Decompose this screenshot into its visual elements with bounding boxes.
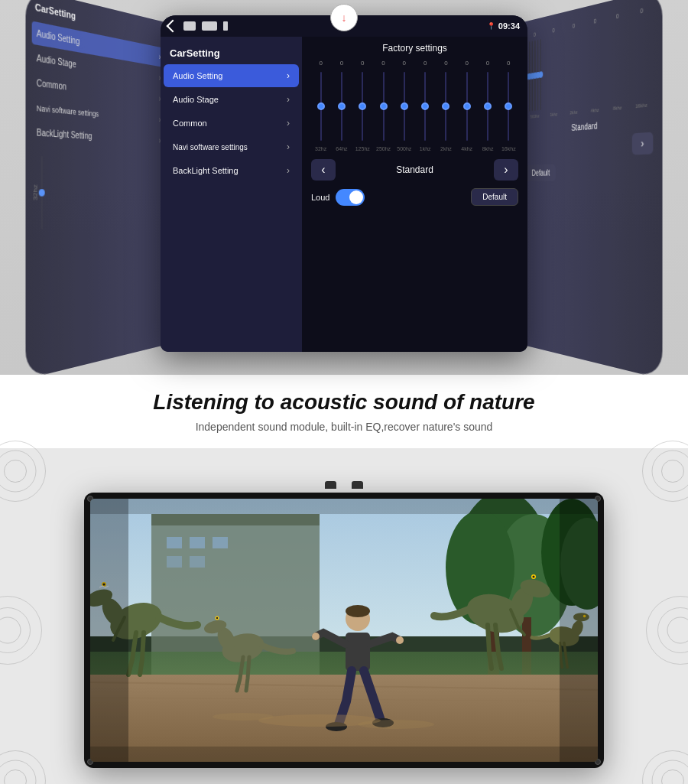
right-panel-next-btn[interactable]: ›: [632, 132, 653, 155]
svg-rect-51: [90, 747, 598, 762]
svg-rect-48: [90, 499, 128, 762]
eq-col-4khz[interactable]: [457, 72, 476, 141]
svg-point-46: [358, 720, 434, 729]
device-top-mounts: [325, 481, 363, 489]
left-eq-preview: 32hz: [32, 151, 164, 235]
svg-rect-7: [190, 556, 205, 568]
svg-point-47: [213, 713, 274, 721]
right-default-btn[interactable]: Default: [526, 164, 555, 181]
factory-settings-label: Factory settings: [308, 43, 521, 54]
right-side-panel: 0 0 0 0 0 0 500hz: [520, 0, 663, 379]
nav-icons: [168, 21, 228, 31]
eq-col-8khz[interactable]: [478, 72, 497, 141]
eq-col-1khz[interactable]: [415, 72, 434, 141]
device-screen: [90, 499, 598, 762]
subheadline-text: Independent sound module, built-in EQ,re…: [15, 421, 673, 433]
mount-right: [352, 481, 363, 489]
center-screen: 📍 09:34 CarSetting Audio Setting › Audio…: [161, 15, 527, 352]
loud-default-row: Loud Default: [308, 185, 521, 209]
car-setting-title: CarSetting: [161, 43, 302, 63]
eq-next-btn[interactable]: ›: [494, 159, 518, 181]
middle-section: Listening to acoustic sound of nature In…: [0, 375, 688, 448]
eq-col-500hz[interactable]: [394, 72, 414, 141]
back-icon[interactable]: [167, 20, 180, 33]
freq-labels: 32hz 64hz 125hz 250hz 500hz 1khz 2khz 4k…: [308, 146, 521, 151]
menu-item-common[interactable]: Common ›: [164, 112, 299, 135]
svg-rect-3: [167, 537, 182, 548]
svg-rect-50: [90, 499, 598, 514]
mount-left: [325, 481, 336, 489]
headline-text: Listening to acoustic sound of nature: [15, 390, 673, 415]
down-arrow-container: ↓: [330, 4, 358, 31]
movie-scene: [90, 499, 598, 762]
content-panel: Factory settings 0 0 0 0 0 0 0 0 0 0: [302, 37, 527, 352]
menu-panel: CarSetting Audio Setting › Audio Stage ›…: [161, 37, 302, 352]
menu-icon[interactable]: [202, 21, 217, 31]
menu-item-audio-setting[interactable]: Audio Setting ›: [164, 64, 299, 87]
eq-col-250hz[interactable]: [374, 72, 393, 141]
eq-col-2khz[interactable]: [436, 72, 456, 141]
down-arrow-icon: ↓: [342, 11, 347, 24]
svg-point-32: [312, 633, 320, 640]
bottom-section: [0, 448, 688, 784]
home-icon[interactable]: [183, 21, 196, 31]
svg-rect-2: [151, 514, 320, 525]
toggle-knob: [349, 190, 363, 204]
svg-point-31: [346, 605, 370, 617]
svg-point-28: [216, 616, 218, 618]
svg-rect-5: [213, 537, 228, 548]
left-side-panel: CarSetting Audio Setting › Audio Stage ›…: [25, 0, 168, 379]
svg-point-40: [533, 575, 535, 577]
loud-control: Loud: [311, 189, 365, 206]
eq-values-row: 0 0 0 0 0 0 0 0 0 0: [308, 60, 521, 67]
top-section: ↓ CarSetting Audio Setting › Audio Stage…: [0, 0, 688, 375]
eq-sliders: [308, 68, 521, 145]
loud-label: Loud: [311, 193, 329, 202]
svg-rect-29: [346, 633, 370, 671]
preset-controls: ‹ Standard ›: [308, 155, 521, 185]
svg-rect-6: [167, 556, 182, 568]
right-panel-content: 0 0 0 0 0 0 500hz: [524, 0, 657, 188]
menu-item-backlight[interactable]: BackLight Setting ›: [164, 159, 299, 182]
eq-col-125hz[interactable]: [353, 72, 372, 141]
apps-icon[interactable]: [223, 21, 228, 31]
eq-prev-btn[interactable]: ‹: [311, 159, 336, 181]
car-stereo-device: [84, 493, 604, 768]
menu-item-audio-stage[interactable]: Audio Stage ›: [164, 88, 299, 111]
eq-col-32hz[interactable]: [311, 72, 330, 141]
eq-col-16khz[interactable]: [499, 72, 518, 141]
default-btn[interactable]: Default: [471, 188, 518, 206]
preset-label: Standard: [340, 164, 489, 175]
time-area: 📍 09:34: [487, 21, 520, 31]
svg-point-33: [396, 636, 404, 644]
eq-col-64hz[interactable]: [332, 72, 351, 141]
loud-toggle[interactable]: [336, 189, 365, 206]
car-setting-content: CarSetting Audio Setting › Audio Stage ›…: [161, 37, 527, 352]
svg-rect-4: [190, 537, 205, 548]
clock-display: 09:34: [498, 21, 520, 31]
menu-item-navi[interactable]: Navi software settings ›: [164, 135, 299, 158]
svg-rect-49: [560, 499, 598, 762]
